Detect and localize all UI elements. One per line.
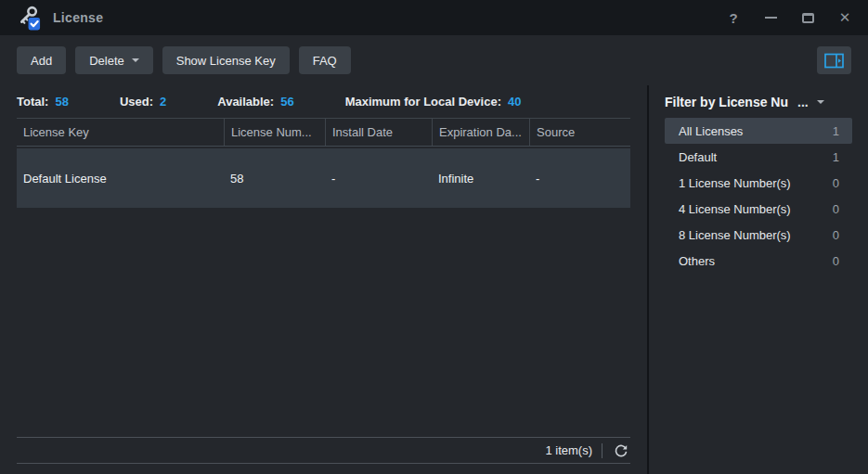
cell-install-date: - [325,172,432,186]
cell-source: - [529,172,630,186]
refresh-icon [614,443,628,458]
stat-max-value: 40 [508,95,521,109]
stat-available: Available: 56 [217,95,293,109]
content-area: Total: 58 Used: 2 Available: 56 Maximum … [0,85,868,474]
filter-title: Filter by License Nu [665,95,788,109]
stat-max-label: Maximum for Local Device: [345,95,501,109]
column-header-source[interactable]: Source [529,119,630,146]
item-count-text: 1 item(s) [545,443,592,457]
split-panel-icon [824,53,844,69]
license-window: License ? ✕ Add Delete Show License Key … [0,0,868,474]
delete-button-label: Delete [89,54,124,68]
minimize-button[interactable] [762,9,779,26]
stat-used: Used: 2 [120,95,166,109]
window-controls: ? ✕ [725,9,853,26]
cell-expiration-date: Infinite [432,172,529,186]
filter-item-others[interactable]: Others 0 [665,248,852,274]
filter-item-8-license-numbers[interactable]: 8 License Number(s) 0 [665,222,852,248]
table-row[interactable]: Default License 58 - Infinite - [17,148,630,208]
stat-available-value: 56 [280,95,293,109]
faq-button-label: FAQ [313,54,337,68]
toggle-filter-panel-button[interactable] [817,46,851,74]
maximize-button[interactable] [799,9,816,26]
stat-used-value: 2 [160,95,166,109]
column-header-install-date[interactable]: Install Date [325,119,432,146]
table-header-row: License Key License Num... Install Date … [17,118,630,147]
stat-total-label: Total: [17,95,48,109]
filter-item-label: 4 License Number(s) [679,202,791,216]
filter-item-default[interactable]: Default 1 [665,144,852,170]
refresh-button[interactable] [612,442,630,460]
filter-item-label: 1 License Number(s) [679,176,791,190]
add-button-label: Add [31,54,52,68]
license-stats-bar: Total: 58 Used: 2 Available: 56 Maximum … [0,85,647,118]
toolbar: Add Delete Show License Key FAQ [0,35,868,85]
filter-item-1-license-numbers[interactable]: 1 License Number(s) 0 [665,170,852,196]
cell-license-number: 58 [224,172,325,186]
filter-dropdown[interactable]: Filter by License Nu ... [665,85,852,118]
filter-item-count: 0 [833,254,839,268]
filter-item-all-licenses[interactable]: All Licenses 1 [665,118,852,144]
filter-item-count: 1 [833,150,839,164]
add-button[interactable]: Add [17,46,66,74]
filter-item-count: 0 [833,176,839,190]
stat-total: Total: 58 [17,95,69,109]
filter-title-truncation: ... [797,95,809,109]
show-license-key-label: Show License Key [176,54,276,68]
filter-item-label: Default [679,150,717,164]
list-footer: 1 item(s) [17,437,630,464]
stat-available-label: Available: [217,95,274,109]
stat-used-label: Used: [120,95,153,109]
help-button[interactable]: ? [725,9,742,26]
license-list-pane: Total: 58 Used: 2 Available: 56 Maximum … [0,85,649,474]
chevron-down-icon [817,100,824,104]
filter-sidebar: Filter by License Nu ... All Licenses 1 … [649,85,868,474]
maximize-icon [802,13,814,23]
close-button[interactable]: ✕ [836,9,853,26]
column-header-license-number[interactable]: License Num... [224,119,325,146]
column-header-expiration-date[interactable]: Expiration Da... [432,119,529,146]
filter-item-label: All Licenses [679,124,743,138]
column-header-license-key[interactable]: License Key [17,119,224,146]
stat-max-local-device: Maximum for Local Device: 40 [345,95,522,109]
delete-button[interactable]: Delete [75,46,153,74]
filter-item-count: 0 [833,228,839,242]
filter-item-count: 0 [833,202,839,216]
license-key-app-icon [17,5,42,32]
cell-license-key: Default License [17,172,224,186]
filter-item-label: 8 License Number(s) [679,228,791,242]
window-title: License [53,10,103,25]
footer-divider [602,443,602,458]
stat-total-value: 58 [55,95,68,109]
filter-item-4-license-numbers[interactable]: 4 License Number(s) 0 [665,196,852,222]
show-license-key-button[interactable]: Show License Key [162,46,290,74]
minimize-icon [765,17,777,19]
faq-button[interactable]: FAQ [299,46,351,74]
filter-item-count: 1 [833,124,839,138]
chevron-down-icon [132,58,139,62]
titlebar: License ? ✕ [0,0,868,35]
filter-item-label: Others [679,254,715,268]
